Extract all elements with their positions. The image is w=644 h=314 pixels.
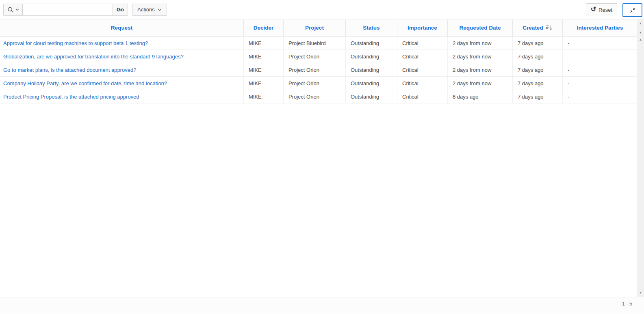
- interested-parties-cell: -: [563, 77, 637, 90]
- interested-parties-cell: -: [563, 63, 637, 77]
- request-cell: Approval for cloud testing machines to s…: [0, 37, 244, 50]
- decider-cell: MIKE: [244, 63, 284, 77]
- reset-label: Reset: [598, 7, 612, 13]
- actions-label: Actions: [137, 6, 155, 13]
- report-toolbar: Go Actions ↺ Reset: [0, 0, 644, 19]
- report-footer: 1 - 5: [0, 297, 644, 314]
- decider-cell: MIKE: [244, 50, 284, 63]
- column-header-interested-parties[interactable]: Interested Parties: [563, 19, 637, 37]
- scroll-up-icon[interactable]: ▲: [637, 38, 644, 41]
- column-header-request[interactable]: Request: [0, 19, 244, 37]
- reset-button[interactable]: ↺ Reset: [586, 3, 617, 16]
- created-cell: 7 days ago: [513, 50, 563, 63]
- status-cell: Outstanding: [346, 77, 397, 90]
- report-table: Request Decider Project Status Importanc…: [0, 19, 637, 103]
- project-cell: Project Orion: [284, 90, 346, 103]
- restore-region-button[interactable]: [622, 3, 642, 17]
- table-row: Approval for cloud testing machines to s…: [0, 37, 637, 50]
- chevron-down-icon: [15, 9, 19, 11]
- request-link[interactable]: Go to market plans, is the attached docu…: [3, 67, 136, 73]
- interested-parties-cell: -: [563, 50, 637, 63]
- importance-cell: Critical: [397, 77, 448, 90]
- go-button[interactable]: Go: [113, 4, 128, 16]
- request-link[interactable]: Globalization, are we approved for trans…: [3, 54, 184, 60]
- vertical-scrollbar[interactable]: ▲ ▼ ▲ ▼: [637, 19, 644, 297]
- toolbar-right-group: ↺ Reset: [586, 3, 642, 17]
- chevron-down-icon: [158, 9, 162, 11]
- pagination-range: 1 - 5: [622, 301, 632, 307]
- importance-cell: Critical: [397, 90, 448, 103]
- requested-date-cell: 2 days from now: [448, 77, 513, 90]
- interactive-report: Go Actions ↺ Reset: [0, 0, 644, 314]
- column-header-status[interactable]: Status: [346, 19, 397, 37]
- column-header-requested-date[interactable]: Requested Date: [448, 19, 513, 37]
- status-cell: Outstanding: [346, 50, 397, 63]
- column-header-decider[interactable]: Decider: [244, 19, 284, 37]
- table-row: Go to market plans, is the attached docu…: [0, 63, 637, 77]
- scroll-down-icon[interactable]: ▼: [637, 291, 644, 295]
- decider-cell: MIKE: [244, 77, 284, 90]
- table-row: Product Pricing Proposal, is the attache…: [0, 90, 637, 103]
- search-icon: [7, 6, 14, 13]
- column-header-project[interactable]: Project: [284, 19, 346, 37]
- project-cell: Project Orion: [284, 50, 346, 63]
- requested-date-cell: 2 days from now: [448, 50, 513, 63]
- sort-descending-icon: [546, 25, 553, 31]
- request-cell: Globalization, are we approved for trans…: [0, 50, 244, 63]
- created-cell: 7 days ago: [513, 77, 563, 90]
- interested-parties-cell: -: [563, 37, 637, 50]
- status-cell: Outstanding: [346, 37, 397, 50]
- requested-date-cell: 2 days from now: [448, 63, 513, 77]
- importance-cell: Critical: [397, 50, 448, 63]
- collapse-arrows-icon: [629, 7, 636, 13]
- scroll-down-icon[interactable]: ▼: [637, 31, 644, 34]
- project-cell: Project Bluebird: [284, 37, 346, 50]
- table-header-row: Request Decider Project Status Importanc…: [0, 19, 637, 37]
- request-link[interactable]: Company Holiday Party, are we confirmed …: [3, 80, 167, 86]
- created-cell: 7 days ago: [513, 90, 563, 103]
- created-cell: 7 days ago: [513, 63, 563, 77]
- report-region: Request Decider Project Status Importanc…: [0, 19, 644, 297]
- table-row: Company Holiday Party, are we confirmed …: [0, 77, 637, 90]
- reset-icon: ↺: [591, 6, 596, 13]
- requested-date-cell: 6 days ago: [448, 90, 513, 103]
- column-header-importance[interactable]: Importance: [397, 19, 448, 37]
- decider-cell: MIKE: [244, 90, 284, 103]
- column-header-created[interactable]: Created: [513, 19, 563, 37]
- scroll-up-icon[interactable]: ▲: [637, 22, 644, 25]
- importance-cell: Critical: [397, 63, 448, 77]
- interested-parties-cell: -: [563, 90, 637, 103]
- project-cell: Project Orion: [284, 77, 346, 90]
- requested-date-cell: 2 days from now: [448, 37, 513, 50]
- search-input[interactable]: [23, 4, 113, 16]
- request-link[interactable]: Product Pricing Proposal, is the attache…: [3, 94, 139, 100]
- request-cell: Company Holiday Party, are we confirmed …: [0, 77, 244, 90]
- request-cell: Product Pricing Proposal, is the attache…: [0, 90, 244, 103]
- table-row: Globalization, are we approved for trans…: [0, 50, 637, 63]
- status-cell: Outstanding: [346, 90, 397, 103]
- created-cell: 7 days ago: [513, 37, 563, 50]
- status-cell: Outstanding: [346, 63, 397, 77]
- search-options-button[interactable]: [3, 4, 23, 16]
- request-link[interactable]: Approval for cloud testing machines to s…: [3, 40, 148, 46]
- project-cell: Project Orion: [284, 63, 346, 77]
- request-cell: Go to market plans, is the attached docu…: [0, 63, 244, 77]
- decider-cell: MIKE: [244, 37, 284, 50]
- importance-cell: Critical: [397, 37, 448, 50]
- actions-menu-button[interactable]: Actions: [132, 4, 167, 16]
